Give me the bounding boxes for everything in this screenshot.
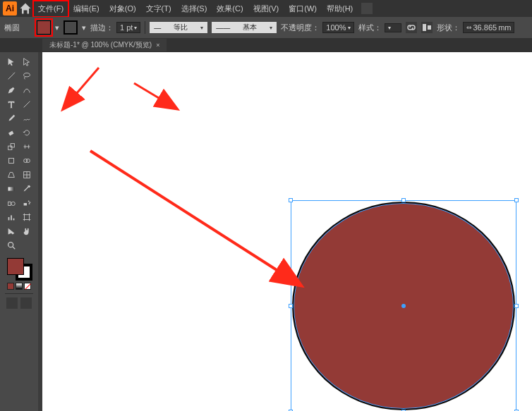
svg-point-18	[29, 203, 30, 204]
align-icon[interactable]	[421, 22, 433, 33]
svg-rect-7	[11, 144, 14, 147]
app-logo: Ai	[3, 1, 17, 16]
column-graph-tool-icon[interactable]	[4, 210, 19, 224]
style-label: 样式：	[358, 23, 382, 33]
resize-handle-icon[interactable]	[514, 198, 519, 202]
resize-handle-icon[interactable]	[289, 198, 293, 202]
eyedropper-tool-icon[interactable]	[19, 182, 35, 196]
gradient-tool-icon[interactable]	[4, 182, 19, 196]
magic-wand-tool-icon[interactable]	[4, 69, 19, 83]
svg-rect-20	[11, 215, 12, 220]
document-tab-title: 未标题-1* @ 100% (CMYK/预览)	[49, 40, 152, 50]
svg-rect-19	[8, 217, 10, 220]
tool-panel	[0, 52, 38, 411]
svg-rect-15	[24, 203, 27, 206]
color-mode-icon[interactable]	[7, 283, 14, 290]
stroke-width-input[interactable]: 1 pt▾	[116, 22, 140, 33]
shapewidth-label: 形状：	[437, 23, 460, 33]
canvas[interactable]	[42, 52, 532, 411]
svg-rect-22	[25, 215, 30, 220]
svg-rect-1	[428, 25, 431, 30]
chevron-down-icon[interactable]: ▾	[55, 23, 59, 32]
hand-tool-icon[interactable]	[19, 224, 35, 238]
free-transform-tool-icon[interactable]	[4, 154, 19, 168]
svg-rect-8	[9, 159, 14, 164]
artboard-tool-icon[interactable]	[19, 210, 35, 224]
slice-tool-icon[interactable]	[4, 224, 19, 238]
shaper-tool-icon[interactable]	[19, 111, 35, 125]
line-tool-icon[interactable]	[19, 97, 35, 111]
opacity-label: 不透明度：	[281, 23, 320, 33]
menu-help[interactable]: 帮助(H)	[322, 1, 357, 16]
brush-dropdown[interactable]: ——基本▾	[212, 22, 277, 33]
stroke-swatch[interactable]	[64, 20, 78, 35]
svg-point-16	[28, 201, 30, 202]
svg-line-26	[134, 83, 176, 109]
paintbrush-tool-icon[interactable]	[4, 111, 19, 125]
selection-tool-icon[interactable]	[4, 55, 19, 69]
direct-selection-tool-icon[interactable]	[19, 55, 35, 69]
svg-line-3	[24, 102, 30, 108]
stroke-label: 描边：	[90, 23, 114, 33]
menu-text[interactable]: 文字(T)	[142, 1, 176, 16]
screen-mode-icon[interactable]	[6, 297, 18, 309]
svg-rect-0	[423, 24, 426, 31]
curvature-tool-icon[interactable]	[19, 83, 35, 97]
close-icon[interactable]: ×	[156, 42, 159, 49]
rotate-tool-icon[interactable]	[19, 125, 35, 140]
layout-switcher-icon[interactable]	[361, 3, 373, 14]
svg-line-25	[64, 68, 99, 109]
document-tab[interactable]: 未标题-1* @ 100% (CMYK/预览) ×	[42, 39, 167, 51]
gradient-mode-icon[interactable]	[16, 283, 23, 290]
shape-width-input[interactable]: ⇔ 36.865 mm	[463, 22, 515, 33]
none-mode-icon[interactable]	[24, 283, 31, 290]
fill-stroke-swatch[interactable]	[6, 257, 32, 281]
pen-tool-icon[interactable]	[4, 83, 19, 97]
chevron-down-icon[interactable]: ▾	[82, 23, 86, 32]
resize-handle-icon[interactable]	[514, 304, 519, 308]
resize-handle-icon[interactable]	[289, 304, 293, 308]
svg-point-2	[24, 73, 30, 77]
svg-point-10	[26, 159, 30, 162]
menu-select[interactable]: 选择(S)	[177, 1, 212, 16]
type-tool-icon[interactable]	[4, 97, 19, 111]
svg-rect-12	[8, 187, 15, 190]
fill-swatch[interactable]	[37, 20, 51, 35]
svg-point-17	[30, 202, 31, 203]
menu-window[interactable]: 窗口(W)	[284, 1, 321, 16]
resize-handle-icon[interactable]	[401, 198, 406, 202]
lasso-tool-icon[interactable]	[19, 69, 35, 83]
uniform-dropdown[interactable]: —等比▾	[150, 22, 207, 33]
change-screen-icon[interactable]	[20, 297, 32, 309]
symbol-sprayer-tool-icon[interactable]	[19, 196, 35, 210]
active-tool-label: 椭圆	[4, 23, 32, 33]
shape-builder-tool-icon[interactable]	[19, 154, 35, 168]
menu-object[interactable]: 对象(O)	[105, 1, 140, 16]
menu-edit[interactable]: 编辑(E)	[69, 1, 104, 16]
svg-point-14	[11, 202, 15, 205]
perspective-tool-icon[interactable]	[4, 168, 19, 182]
home-icon[interactable]	[18, 1, 32, 16]
svg-line-27	[90, 151, 300, 285]
menu-effect[interactable]: 效果(C)	[212, 1, 247, 16]
width-tool-icon[interactable]	[19, 140, 35, 154]
opacity-input[interactable]: 100%▾	[322, 22, 353, 33]
blend-tool-icon[interactable]	[4, 196, 19, 210]
scale-tool-icon[interactable]	[4, 140, 19, 154]
selection-bounding-box	[291, 200, 516, 411]
zoom-tool-icon[interactable]	[4, 238, 19, 252]
eraser-tool-icon[interactable]	[4, 125, 19, 140]
selection-center-icon	[401, 304, 406, 308]
mesh-tool-icon[interactable]	[19, 168, 35, 182]
style-dropdown[interactable]: ▾	[385, 23, 401, 32]
svg-rect-21	[13, 219, 15, 221]
svg-line-24	[13, 247, 16, 250]
menu-view[interactable]: 视图(V)	[249, 1, 284, 16]
svg-rect-5	[8, 131, 13, 136]
svg-point-23	[8, 243, 13, 247]
link-icon[interactable]	[406, 22, 417, 33]
svg-rect-13	[8, 202, 11, 205]
svg-rect-6	[8, 146, 12, 149]
menu-file[interactable]: 文件(F)	[34, 1, 68, 16]
